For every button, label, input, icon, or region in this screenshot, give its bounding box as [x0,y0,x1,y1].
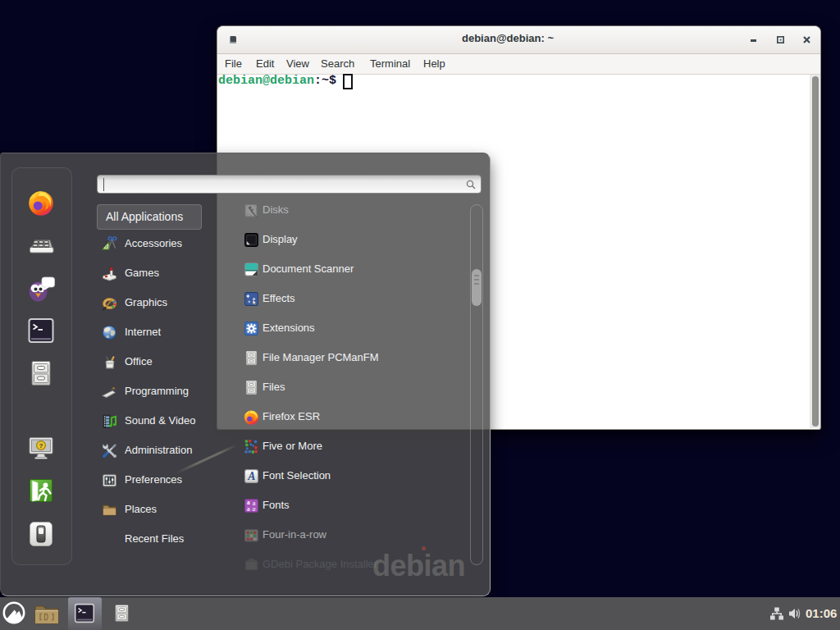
svg-text:A: A [247,470,255,482]
svg-text:?: ? [39,442,43,450]
svg-text:a: a [247,505,250,513]
svg-text:a: a [253,505,256,513]
